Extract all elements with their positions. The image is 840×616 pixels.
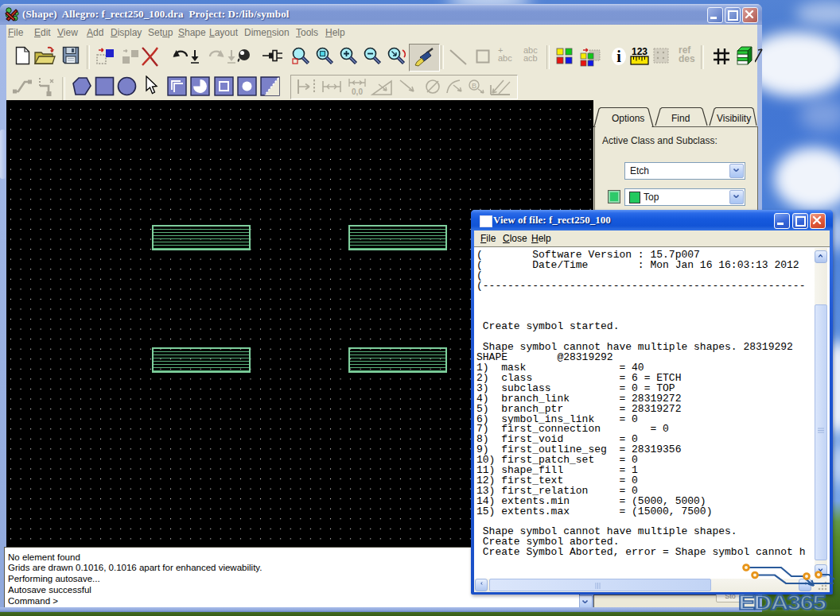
svg-text:0,0: 0,0 [352,87,363,96]
svg-text:Options: Options [612,113,644,124]
svg-text:B: B [472,82,476,90]
svg-text:Visibility: Visibility [717,113,751,124]
svg-text:i: i [616,48,621,65]
svg-text:123: 123 [632,46,648,57]
svg-text:Find: Find [671,113,690,124]
